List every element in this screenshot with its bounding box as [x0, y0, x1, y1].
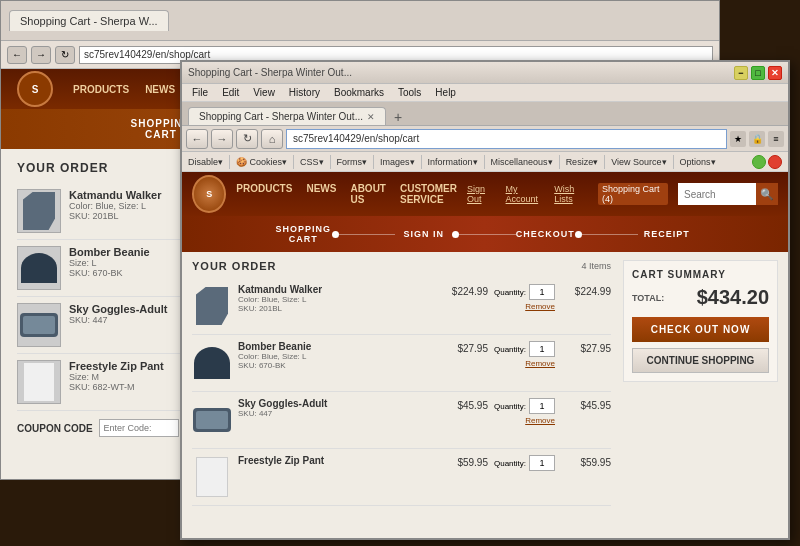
fg-refresh-button[interactable]: ↻ [236, 129, 258, 149]
fg-home-button[interactable]: ⌂ [261, 129, 283, 149]
fg-toolbar-view-source[interactable]: View Source▾ [611, 157, 666, 167]
fg-item-4-price: $59.95 [438, 455, 488, 468]
bg-browser-tab[interactable]: Shopping Cart - Sherpa W... [9, 10, 169, 31]
fg-search-button[interactable]: 🔍 [756, 183, 778, 205]
fg-main-content: Your Order 4 Items Katmandu Walker Color… [182, 252, 788, 514]
fg-nav-about[interactable]: About Us [350, 183, 386, 205]
fg-menu-bookmarks[interactable]: Bookmarks [328, 87, 390, 98]
fg-checkout-now-button[interactable]: Check Out Now [632, 317, 769, 342]
fg-item-1-thumb [192, 284, 232, 328]
bg-pants-icon [23, 362, 55, 402]
bg-nav-products[interactable]: Products [73, 84, 129, 95]
fg-toolbar-sep-8 [604, 155, 605, 169]
fg-qty-label-3: Quantity: [494, 402, 526, 411]
fg-item-3-detail2: SKU: 447 [238, 409, 432, 418]
fg-toolbar-sep-9 [673, 155, 674, 169]
fg-step-shopping-cart: Shopping Cart [275, 224, 332, 244]
bg-forward-button[interactable]: → [31, 46, 51, 64]
fg-my-account-link[interactable]: My Account [506, 184, 547, 204]
fg-boot-icon [196, 287, 228, 325]
fg-menu-history[interactable]: History [283, 87, 326, 98]
fg-ok-indicator [752, 155, 766, 169]
foreground-browser-window: Shopping Cart - Sherpa Winter Out... − □… [180, 60, 790, 540]
bg-back-button[interactable]: ← [7, 46, 27, 64]
fg-cart-steps: Shopping Cart Sign In Checkout Receipt [275, 224, 695, 244]
fg-item-4-info: Freestyle Zip Pant [238, 455, 432, 466]
bg-tab-label: Shopping Cart - Sherpa W... [20, 15, 158, 27]
bg-refresh-button[interactable]: ↻ [55, 46, 75, 64]
bg-coupon-label: Coupon Code [17, 423, 93, 434]
fg-menu-file[interactable]: File [186, 87, 214, 98]
fg-item-3-qty-input[interactable] [529, 398, 555, 414]
fg-item-4-name: Freestyle Zip Pant [238, 455, 432, 466]
fg-step-line-1 [339, 234, 396, 235]
fg-forward-button[interactable]: → [211, 129, 233, 149]
fg-item-2-detail2: SKU: 670-BK [238, 361, 432, 370]
fg-item-2-remove-link[interactable]: Remove [525, 359, 555, 368]
fg-item-1-detail2: SKU: 201BL [238, 304, 432, 313]
fg-tab-close-icon[interactable]: ✕ [367, 112, 375, 122]
fg-menu-edit[interactable]: Edit [216, 87, 245, 98]
fg-item-4-qty-input[interactable] [529, 455, 555, 471]
fg-nav-products[interactable]: Products [236, 183, 292, 205]
fg-item-2-qty-group: Quantity: Remove [494, 341, 555, 368]
fg-qty-label-2: Quantity: [494, 345, 526, 354]
fg-toolbar-images[interactable]: Images▾ [380, 157, 415, 167]
fg-continue-shopping-button[interactable]: Continue Shopping [632, 348, 769, 373]
fg-item-2-qty-input[interactable] [529, 341, 555, 357]
fg-browser-tab[interactable]: Shopping Cart - Sherpa Winter Out... ✕ [188, 107, 386, 125]
fg-back-button[interactable]: ← [186, 129, 208, 149]
fg-wish-lists-link[interactable]: Wish Lists [554, 184, 590, 204]
fg-item-1-remove-link[interactable]: Remove [525, 302, 555, 311]
fg-item-1-total: $224.99 [561, 284, 611, 297]
bg-nav-news[interactable]: News [145, 84, 175, 95]
fg-menu-help[interactable]: Help [429, 87, 462, 98]
fg-toolbar-css[interactable]: CSS▾ [300, 157, 324, 167]
fg-sign-out-link[interactable]: Sign Out [467, 184, 498, 204]
fg-toolbar-cookies[interactable]: 🍪 Cookies▾ [236, 157, 287, 167]
fg-toolbar-disable[interactable]: Disable▾ [188, 157, 223, 167]
fg-maximize-button[interactable]: □ [751, 66, 765, 80]
fg-toolbar-resize[interactable]: Resize▾ [566, 157, 599, 167]
fg-section-header: Your Order 4 Items [192, 260, 611, 272]
fg-nav-customer[interactable]: Customer Service [400, 183, 457, 205]
fg-window-title: Shopping Cart - Sherpa Winter Out... [188, 67, 352, 78]
fg-toolbar-sep-3 [330, 155, 331, 169]
fg-items-count: 4 Items [581, 261, 611, 271]
fg-menu-view[interactable]: View [247, 87, 281, 98]
fg-order-title: Your Order [192, 260, 277, 272]
fg-nav-news[interactable]: News [306, 183, 336, 205]
bg-order-title: Your Order [17, 161, 108, 175]
fg-item-1-qty-input[interactable] [529, 284, 555, 300]
fg-menu-tools[interactable]: Tools [392, 87, 427, 98]
fg-cart-item-1: Katmandu Walker Color: Blue, Size: L SKU… [192, 278, 611, 335]
fg-step-dot-3 [575, 231, 582, 238]
fg-tab-label: Shopping Cart - Sherpa Winter Out... [199, 111, 363, 122]
bg-item-3-thumb [17, 303, 61, 347]
fg-menubar: File Edit View History Bookmarks Tools H… [182, 84, 788, 102]
fg-url-bar[interactable] [286, 129, 727, 149]
bg-coupon-input[interactable] [99, 419, 179, 437]
fg-new-tab-button[interactable]: + [390, 109, 406, 125]
fg-toolbar-options[interactable]: Options▾ [680, 157, 716, 167]
fg-minimize-button[interactable]: − [734, 66, 748, 80]
fg-step-dot-2 [452, 231, 459, 238]
fg-cart-count-badge[interactable]: Shopping Cart (4) [598, 183, 668, 205]
fg-titlebar: Shopping Cart - Sherpa Winter Out... − □… [182, 62, 788, 84]
fg-item-3-remove-link[interactable]: Remove [525, 416, 555, 425]
fg-window-controls: − □ ✕ [734, 66, 782, 80]
fg-step-sign-in: Sign In [395, 229, 452, 239]
fg-item-4-total: $59.95 [561, 455, 611, 468]
fg-summary-box: Cart Summary Total: $434.20 Check Out No… [623, 260, 778, 382]
fg-item-1-name: Katmandu Walker [238, 284, 432, 295]
fg-close-button[interactable]: ✕ [768, 66, 782, 80]
fg-cart-header-strip: Shopping Cart Sign In Checkout Receipt [182, 216, 788, 252]
fg-star-icon[interactable]: ★ [730, 131, 746, 147]
fg-menu-icon[interactable]: ≡ [768, 131, 784, 147]
fg-toolbar-misc[interactable]: Miscellaneous▾ [491, 157, 553, 167]
fg-toolbar-forms[interactable]: Forms▾ [337, 157, 368, 167]
fg-summary-title: Cart Summary [632, 269, 769, 280]
fg-item-2-name: Bomber Beanie [238, 341, 432, 352]
fg-toolbar-info[interactable]: Information▾ [428, 157, 478, 167]
fg-item-1-price: $224.99 [438, 284, 488, 297]
